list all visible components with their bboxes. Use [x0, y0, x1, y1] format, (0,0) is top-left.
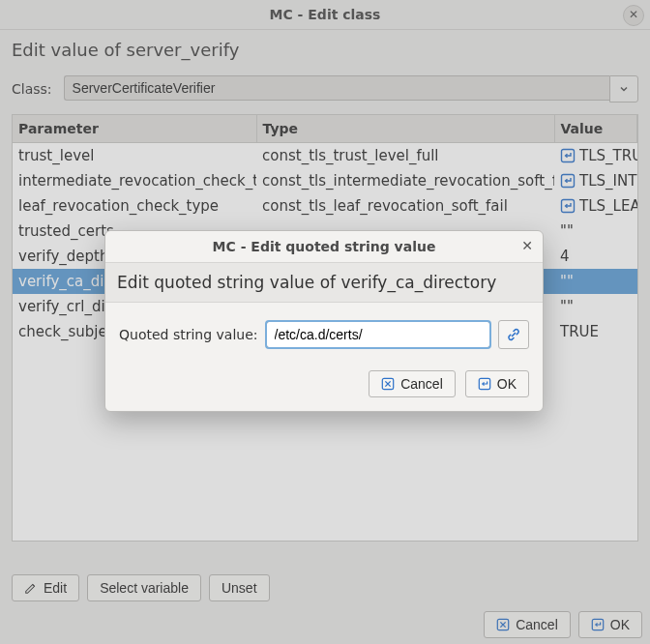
modal-subheader: Edit quoted string value of verify_ca_di…: [105, 263, 543, 303]
close-icon: ✕: [521, 238, 533, 253]
modal-titlebar: MC - Edit quoted string value ✕: [105, 231, 543, 263]
modal-button-row: Cancel OK: [105, 361, 543, 411]
modal-ok-button[interactable]: OK: [465, 370, 529, 397]
modal-cancel-button[interactable]: Cancel: [369, 370, 456, 397]
modal-body: Quoted string value:: [105, 303, 543, 361]
field-label: Quoted string value:: [119, 327, 258, 342]
link-button[interactable]: [498, 320, 529, 349]
quoted-string-input[interactable]: [266, 321, 491, 348]
modal-title: MC - Edit quoted string value: [213, 239, 436, 254]
enter-icon: [478, 377, 491, 391]
main-panel: MC - Edit class ✕ Edit value of server_v…: [0, 0, 650, 644]
modal-close-button[interactable]: ✕: [519, 239, 535, 254]
edit-string-modal: MC - Edit quoted string value ✕ Edit quo…: [104, 230, 544, 412]
modal-ok-label: OK: [497, 376, 517, 392]
field-row: Quoted string value:: [119, 320, 529, 349]
modal-cancel-label: Cancel: [400, 376, 443, 392]
link-icon: [506, 327, 521, 342]
cancel-icon: [381, 377, 395, 391]
